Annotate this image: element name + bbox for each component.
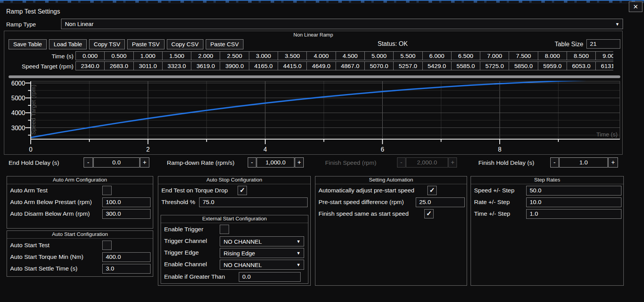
time-cell[interactable]: 0.000 [75, 51, 105, 60]
svg-text:Speed Target (rpm): Speed Target (rpm) [30, 85, 37, 135]
end-hold-plus-button[interactable]: + [140, 157, 149, 168]
scrollbar-thumb[interactable] [9, 75, 620, 78]
ramp-down-rate-label: Ramp-down Rate (rpm/s) [167, 159, 234, 166]
time-cell[interactable]: 3.000 [249, 51, 278, 60]
paste-csv-button[interactable]: Paste CSV [206, 39, 243, 49]
speed-step-label: Speed +/- Step [474, 187, 514, 194]
end-hold-minus-button[interactable]: - [84, 157, 93, 168]
auto-arm-below-prestart-label: Auto Arm Below Prestart (rpm) [10, 199, 92, 206]
trigger-channel-value: NO CHANNEL [220, 238, 296, 245]
time-cell[interactable]: 4.000 [306, 51, 336, 60]
time-cell[interactable]: 5.000 [364, 51, 394, 60]
ramp-type-value: Non Linear [61, 21, 615, 27]
svg-text:4000: 4000 [11, 110, 25, 116]
speed-cell[interactable]: 5257.0 [393, 61, 422, 70]
save-table-button[interactable]: Save Table [9, 39, 47, 49]
speed-cell[interactable]: 5959.0 [538, 61, 567, 70]
trigger-edge-select[interactable]: Rising Edge ▼ [220, 248, 304, 258]
speed-cell[interactable]: 3323.0 [162, 61, 191, 70]
trigger-channel-select[interactable]: NO CHANNEL ▼ [220, 236, 304, 246]
speed-cell[interactable]: 5725.0 [480, 61, 509, 70]
finish-speed-value: 2,000.0 [406, 157, 448, 168]
speed-cell[interactable]: 2340.0 [75, 61, 105, 70]
time-cell[interactable]: 2.000 [191, 51, 220, 60]
close-button[interactable]: ✕ [629, 2, 642, 12]
finish-speed-same-checkbox[interactable]: ✓ [424, 209, 434, 218]
end-test-on-torque-drop-label: End Test on Torque Drop [161, 187, 228, 194]
time-step-input[interactable]: 1.0 [526, 209, 621, 219]
ramp-down-value[interactable]: 1,000.0 [257, 157, 294, 168]
table-size-input[interactable]: 21 [586, 39, 620, 49]
auto-arm-test-checkbox[interactable] [102, 186, 112, 195]
speed-cell[interactable]: 2683.0 [104, 61, 133, 70]
auto-adjust-prestart-label: Automatically adjust pre-start speed [318, 187, 414, 194]
prestart-speed-difference-input[interactable]: 25.0 [416, 197, 465, 207]
speed-cell[interactable]: 4165.0 [249, 61, 278, 70]
time-cell[interactable]: 1.500 [162, 51, 191, 60]
time-cell[interactable]: 8.500 [567, 51, 596, 60]
load-table-button[interactable]: Load Table [49, 39, 87, 49]
speed-cell[interactable]: 3900.0 [220, 61, 249, 70]
speed-row: 2340.02683.03011.03323.03619.03900.04165… [75, 61, 613, 71]
time-cell[interactable]: 6.500 [451, 51, 480, 60]
finish-hold-value[interactable]: 1.0 [559, 157, 608, 168]
rate-step-input[interactable]: 10.0 [526, 197, 621, 207]
finish-hold-minus-button[interactable]: - [550, 157, 559, 168]
auto-arm-panel: Auto Arm Configuration Auto Arm Test Aut… [7, 176, 153, 229]
time-cell[interactable]: 4.500 [336, 51, 365, 60]
auto-adjust-prestart-checkbox[interactable]: ✓ [427, 186, 437, 195]
speed-cell[interactable]: 3011.0 [133, 61, 163, 70]
time-cell[interactable]: 7.000 [480, 51, 509, 60]
enable-channel-select[interactable]: NO CHANNEL ▼ [220, 260, 304, 270]
enable-trigger-checkbox[interactable] [220, 225, 229, 234]
speed-step-input[interactable]: 50.0 [526, 186, 621, 196]
time-cell[interactable]: 9.000 [595, 51, 613, 60]
finish-speed-plus-button: + [448, 157, 457, 168]
prestart-speed-difference-label: Pre-start speed difference (rpm) [318, 199, 404, 206]
auto-start-settle-time-input[interactable]: 3.0 [102, 264, 150, 274]
copy-tsv-button[interactable]: Copy TSV [89, 39, 125, 49]
ramp-down-minus-button[interactable]: - [248, 157, 256, 168]
time-cell[interactable]: 7.500 [509, 51, 538, 60]
time-cell[interactable]: 6.000 [422, 51, 452, 60]
time-cell[interactable]: 0.500 [104, 51, 133, 60]
time-cell[interactable]: 5.500 [393, 51, 422, 60]
ramp-type-select[interactable]: Non Linear ▼ [61, 19, 623, 29]
auto-disarm-below-arm-input[interactable]: 300.0 [102, 209, 150, 219]
speed-cell[interactable]: 5585.0 [451, 61, 480, 70]
speed-cell[interactable]: 5070.0 [364, 61, 394, 70]
speed-cell[interactable]: 3619.0 [191, 61, 220, 70]
paste-tsv-button[interactable]: Paste TSV [127, 39, 164, 49]
end-hold-value[interactable]: 0.0 [93, 157, 140, 168]
svg-text:8: 8 [498, 146, 502, 153]
auto-arm-below-prestart-input[interactable]: 100.0 [102, 197, 150, 207]
time-cell[interactable]: 2.500 [220, 51, 249, 60]
end-test-on-torque-drop-checkbox[interactable]: ✓ [238, 186, 247, 195]
speed-cell[interactable]: 5850.0 [509, 61, 538, 70]
auto-start-torque-min-input[interactable]: 400.0 [102, 252, 150, 262]
auto-start-test-checkbox[interactable] [102, 241, 112, 250]
ramp-type-label: Ramp Type [6, 21, 36, 28]
speed-cell[interactable]: 5429.0 [422, 61, 452, 70]
enable-if-greater-than-input[interactable]: 0.0 [239, 272, 301, 282]
copy-csv-button[interactable]: Copy CSV [167, 39, 203, 49]
finish-hold-plus-button[interactable]: + [608, 157, 618, 168]
time-cell[interactable]: 8.000 [538, 51, 567, 60]
speed-cell[interactable]: 4867.0 [336, 61, 365, 70]
speed-cell[interactable]: 6131.0 [595, 61, 613, 70]
threshold-input[interactable]: 75.0 [199, 197, 308, 207]
speed-cell[interactable]: 6053.0 [567, 61, 596, 70]
speed-cell[interactable]: 4415.0 [278, 61, 307, 70]
speed-cell[interactable]: 4649.0 [306, 61, 336, 70]
auto-start-settle-time-label: Auto Start Settle Time (s) [10, 265, 77, 272]
ramp-down-plus-button[interactable]: + [295, 157, 304, 168]
table-scrollbar[interactable] [9, 75, 620, 78]
svg-text:4: 4 [264, 146, 267, 153]
background-window-artifacts [0, 1, 644, 3]
trigger-edge-value: Rising Edge [220, 250, 296, 257]
step-rates-title: Step Rates [471, 176, 623, 184]
time-cell[interactable]: 1.000 [133, 51, 163, 60]
time-cell[interactable]: 3.500 [278, 51, 307, 60]
auto-arm-test-label: Auto Arm Test [10, 187, 47, 194]
trigger-channel-label: Trigger Channel [164, 237, 207, 244]
